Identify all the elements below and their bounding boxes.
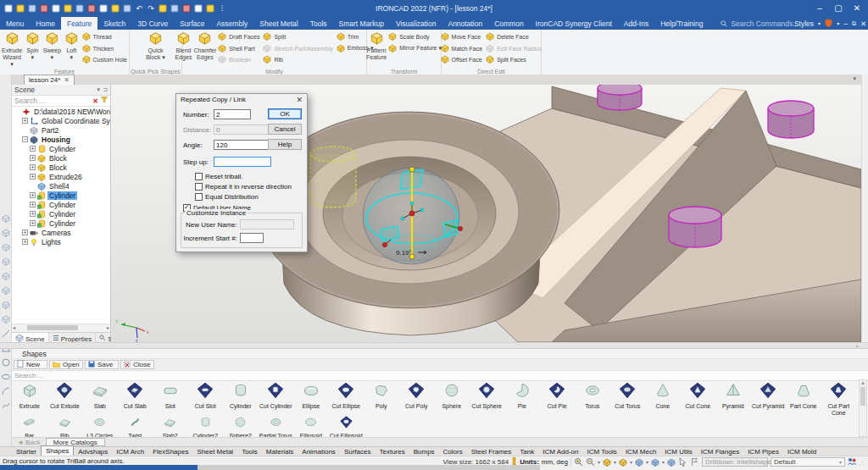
menu-tab-sketch[interactable]: Sketch bbox=[97, 17, 131, 30]
doc-minimize-button[interactable]: – bbox=[843, 19, 848, 28]
extrude-wizard-button[interactable]: ExtrudeWizard ▾ bbox=[2, 30, 22, 68]
shell-part-button[interactable]: Shell Part bbox=[218, 43, 259, 55]
render-wireframe-icon[interactable] bbox=[170, 3, 180, 14]
catalog-tab-advshaps[interactable]: Advshaps bbox=[74, 447, 112, 456]
menu-tab-surface[interactable]: Surface bbox=[174, 17, 210, 30]
equal-distribution-checkbox[interactable] bbox=[195, 193, 203, 201]
split-faces-button[interactable]: Split Faces bbox=[486, 54, 542, 66]
scene-search[interactable]: Search ... ✕ bbox=[12, 96, 110, 107]
step-up-input[interactable] bbox=[214, 157, 271, 167]
sweep-button[interactable]: Sweep▾ bbox=[43, 30, 61, 61]
catalog-tab-materials[interactable]: Materials bbox=[262, 447, 298, 456]
menu-tab-smart-markup[interactable]: Smart Markup bbox=[333, 17, 390, 30]
camera-view-icon[interactable] bbox=[603, 458, 611, 467]
move-view-caret-icon[interactable]: ▾ bbox=[646, 459, 648, 465]
orbit-view-caret-icon[interactable]: ▾ bbox=[662, 459, 665, 465]
catalog-tab-icm-pipes[interactable]: ICM Pipes bbox=[743, 447, 783, 456]
panel-splitter[interactable]: ⌄ bbox=[0, 342, 868, 349]
shape-twist[interactable]: Twist bbox=[118, 415, 153, 439]
angle-input[interactable] bbox=[214, 140, 270, 150]
shape-cut-cone[interactable]: Cut Cone bbox=[681, 381, 716, 415]
mini-line-icon[interactable] bbox=[2, 329, 10, 338]
tree-row-lights-14[interactable]: +Lights bbox=[12, 237, 110, 246]
help-shield-icon[interactable] bbox=[825, 19, 832, 29]
mini-cube-icon[interactable] bbox=[2, 286, 10, 295]
menu-tab-feature[interactable]: Feature bbox=[61, 17, 97, 30]
mini-cube-icon[interactable] bbox=[2, 301, 10, 309]
menu-tab-help-training[interactable]: Help/Training bbox=[654, 17, 709, 30]
tree-row-shell4-8[interactable]: Shell4 bbox=[12, 181, 110, 191]
shape-cut-pyramid[interactable]: Cut Pyramid bbox=[751, 381, 787, 415]
catalog-tab-icm-arch[interactable]: ICM Arch bbox=[112, 447, 148, 456]
mini-cube-icon[interactable] bbox=[2, 272, 10, 280]
shape-rib[interactable]: Rib bbox=[47, 415, 83, 439]
scroll-left-icon[interactable]: ◂ bbox=[13, 324, 15, 330]
table-view-icon[interactable] bbox=[205, 3, 215, 14]
shape-ellipsoid[interactable]: Ellipsoid bbox=[293, 415, 329, 439]
shape-pie[interactable]: Pie bbox=[504, 381, 540, 415]
help-caret-icon[interactable]: ▾ bbox=[837, 20, 839, 26]
shape-cut-extude[interactable]: Cut Extude bbox=[47, 381, 83, 415]
shape-ellipse[interactable]: Ellipse bbox=[293, 381, 329, 415]
zoom-out-icon[interactable] bbox=[586, 457, 595, 467]
custom-hole-button[interactable]: Custom Hole bbox=[82, 54, 127, 66]
repeat-reverse-checkbox[interactable] bbox=[195, 183, 203, 191]
scene-panel-pin-icon[interactable]: ⊐ bbox=[103, 86, 108, 93]
tree-row-block-5[interactable]: +Block bbox=[12, 153, 110, 163]
save-icon[interactable] bbox=[86, 3, 97, 14]
tree-expander-icon[interactable]: + bbox=[30, 202, 36, 207]
thicken-button[interactable]: Thicken bbox=[82, 43, 127, 55]
scene-search-clear-icon[interactable]: ✕ bbox=[92, 97, 98, 105]
document-tab[interactable]: lesson 24* ✕ bbox=[24, 75, 75, 85]
styles-button[interactable]: Styles bbox=[794, 19, 814, 28]
mini-spline-icon[interactable] bbox=[2, 401, 10, 410]
tree-expander-icon[interactable]: + bbox=[30, 155, 36, 161]
mini-ellipse-icon[interactable] bbox=[2, 373, 10, 381]
menu-tab-add-ins[interactable]: Add-Ins bbox=[618, 17, 654, 30]
help-button[interactable]: Help bbox=[268, 139, 302, 150]
shape-slab[interactable]: Slab bbox=[82, 381, 118, 415]
shape-cut-sphere[interactable]: Cut Sphere bbox=[470, 381, 505, 415]
shape-cylinder[interactable]: Cylinder bbox=[223, 381, 259, 415]
loft-button[interactable]: Loft▾ bbox=[63, 30, 81, 61]
tree-expander-icon[interactable]: + bbox=[30, 192, 36, 198]
reset-triball-checkbox[interactable] bbox=[195, 173, 203, 180]
save-catalog-button[interactable]: Save bbox=[85, 360, 119, 369]
blend-edges-button[interactable]: BlendEdges bbox=[175, 30, 192, 61]
mini-circle-icon[interactable] bbox=[2, 358, 10, 367]
shaded-view-caret-icon[interactable]: ▾ bbox=[630, 459, 632, 465]
shape-cut-slot[interactable]: Cut Slot bbox=[188, 381, 224, 415]
tree-row-d-data-2018-new-word-tech-net-0[interactable]: D:\data\2018 NEW\Word\TECH-NET bbox=[12, 107, 110, 116]
close-catalog-button[interactable]: Close bbox=[120, 360, 154, 369]
shape-cut-slab[interactable]: Cut Slab bbox=[118, 381, 153, 415]
move-view-icon[interactable] bbox=[635, 458, 643, 467]
refresh-icon[interactable] bbox=[122, 3, 132, 14]
tree-expander-icon[interactable]: + bbox=[30, 211, 36, 217]
selected-cylinder-1[interactable] bbox=[598, 85, 642, 110]
markup-icon[interactable] bbox=[193, 3, 203, 14]
tree-row-cylinder-9[interactable]: +Cylinder bbox=[12, 191, 110, 200]
tree-expander-icon[interactable]: + bbox=[30, 174, 36, 180]
shape-cut-ellipsoid[interactable]: Cut Ellipsoid bbox=[329, 415, 364, 439]
catalog-tab-steel-frames[interactable]: Steel Frames bbox=[467, 447, 516, 456]
menu-tab-assembly[interactable]: Assembly bbox=[210, 17, 253, 30]
move-face-button[interactable]: Move Face bbox=[441, 31, 483, 43]
mini-cube-icon[interactable] bbox=[2, 257, 10, 266]
tree-row-global-coordinate-system-1[interactable]: +Global Coordinate System bbox=[12, 116, 110, 125]
menu-tab-tools[interactable]: Tools bbox=[304, 17, 333, 30]
tree-row-part2-2[interactable]: Part2 bbox=[12, 125, 110, 135]
shape-cone[interactable]: Cone bbox=[645, 381, 681, 415]
catalog-tab-icm-flanges[interactable]: ICM Flanges bbox=[697, 447, 743, 456]
mini-cube-icon[interactable] bbox=[2, 229, 10, 237]
rib-button[interactable]: Rib bbox=[263, 54, 332, 66]
shape-cut-pie[interactable]: Cut Pie bbox=[540, 381, 576, 415]
new-catalog-icon[interactable] bbox=[63, 3, 73, 14]
shape-slot[interactable]: Slot bbox=[153, 381, 188, 415]
tree-expander-icon[interactable]: − bbox=[22, 136, 28, 142]
collaborate-icon[interactable] bbox=[848, 457, 856, 467]
catalog-tab-animations[interactable]: Animations bbox=[298, 447, 340, 456]
shape-cut-part-cone[interactable]: Cut Part Cone bbox=[821, 381, 857, 415]
triball-center[interactable] bbox=[409, 211, 415, 216]
open-folder-icon[interactable] bbox=[75, 3, 85, 14]
menu-tab-menu[interactable]: Menu bbox=[0, 17, 30, 30]
